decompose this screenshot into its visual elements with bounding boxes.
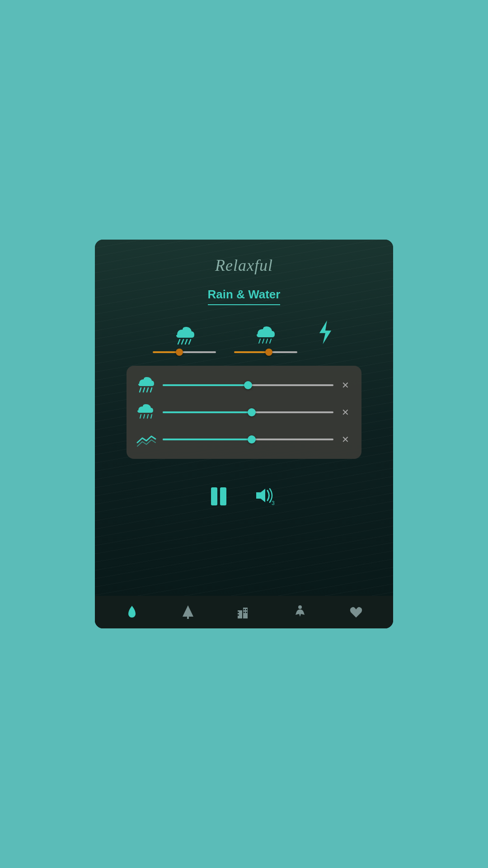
svg-line-0 <box>178 340 180 344</box>
mix-row-light-rain: ✕ <box>136 403 351 422</box>
svg-rect-23 <box>238 614 239 616</box>
mix-stream-remove[interactable]: ✕ <box>340 434 351 445</box>
svg-line-10 <box>143 388 145 392</box>
heavy-rain-thumb[interactable] <box>176 349 183 356</box>
svg-line-3 <box>189 340 191 344</box>
lightning-icon <box>315 320 335 347</box>
svg-line-9 <box>140 388 141 392</box>
nav-favorites[interactable] <box>348 604 364 620</box>
svg-rect-19 <box>187 617 189 619</box>
light-rain-icon <box>253 325 278 347</box>
svg-line-16 <box>151 415 152 418</box>
sound-icons-row <box>144 320 344 353</box>
svg-text:3: 3 <box>272 500 275 505</box>
heavy-rain-slider[interactable] <box>153 351 216 353</box>
light-rain-slider[interactable] <box>234 351 297 353</box>
mix-row-stream: ✕ <box>136 430 351 449</box>
svg-line-14 <box>144 415 145 418</box>
svg-line-5 <box>263 339 264 343</box>
main-content: Relaxful Rain & Water <box>95 240 393 628</box>
pause-bar-left <box>211 487 217 505</box>
svg-rect-25 <box>244 612 245 613</box>
mix-heavy-rain-remove[interactable]: ✕ <box>340 380 351 391</box>
mix-stream-icon <box>136 430 156 449</box>
app-title: Relaxful <box>215 256 273 275</box>
bottom-nav <box>95 596 393 628</box>
pause-bar-right <box>220 487 226 505</box>
heavy-rain-icon <box>172 325 197 347</box>
nav-water[interactable] <box>124 604 140 620</box>
svg-line-7 <box>270 339 271 343</box>
phone-frame: Relaxful Rain & Water <box>95 240 393 628</box>
mix-light-rain-slider[interactable] <box>163 411 333 413</box>
nav-urban[interactable] <box>236 604 252 620</box>
category-title: Rain & Water <box>208 288 281 305</box>
mix-light-rain-icon <box>136 403 156 422</box>
svg-line-2 <box>185 340 187 344</box>
svg-line-4 <box>259 339 260 343</box>
svg-point-28 <box>298 605 302 609</box>
mix-light-rain-remove[interactable]: ✕ <box>340 407 351 418</box>
mix-panel: ✕ <box>127 366 361 459</box>
playback-controls: 3 <box>211 486 277 507</box>
pause-button[interactable] <box>211 487 226 505</box>
svg-line-15 <box>147 415 148 418</box>
svg-line-13 <box>140 415 141 418</box>
svg-rect-26 <box>246 609 247 610</box>
mix-stream-slider[interactable] <box>163 439 333 440</box>
svg-line-6 <box>266 339 267 343</box>
lightning-sound-item[interactable] <box>315 320 335 347</box>
mix-heavy-rain-icon <box>136 376 156 395</box>
svg-rect-27 <box>246 612 247 613</box>
svg-rect-24 <box>244 609 245 610</box>
nav-nature[interactable] <box>180 604 196 620</box>
svg-marker-8 <box>319 321 331 344</box>
svg-marker-18 <box>183 605 193 617</box>
volume-button[interactable]: 3 <box>253 486 277 507</box>
svg-line-11 <box>147 388 148 392</box>
mix-heavy-rain-slider[interactable] <box>163 384 333 386</box>
nav-meditate[interactable] <box>292 604 308 620</box>
light-rain-thumb[interactable] <box>265 349 272 356</box>
svg-line-1 <box>182 340 183 344</box>
svg-line-12 <box>150 388 152 392</box>
heavy-rain-sound-item[interactable] <box>153 325 216 353</box>
svg-rect-22 <box>238 612 239 613</box>
mix-row-heavy-rain: ✕ <box>136 376 351 395</box>
light-rain-sound-item[interactable] <box>234 325 297 353</box>
